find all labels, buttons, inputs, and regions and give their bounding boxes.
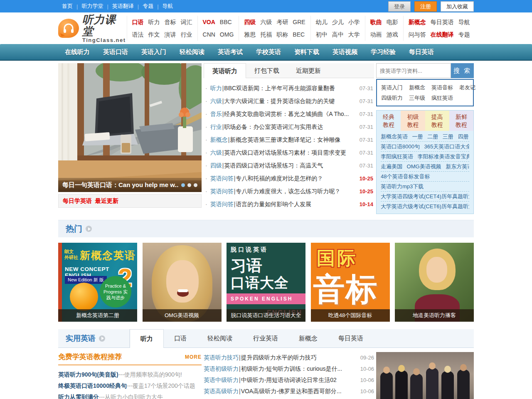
hot-word[interactable]: 疯狂英语 [431,93,453,103]
tab-new-concept[interactable]: 新概念 [288,329,328,347]
nav-item-exam[interactable]: 英语考试 [211,44,249,60]
course-link-row[interactable]: 48个英语音标发音标 [381,172,469,182]
quicklink[interactable]: 大学 [348,28,360,41]
quicklink[interactable]: 演讲 [165,28,176,41]
news-title[interactable]: 英语六级口语对话场景练习素材：项目需求变更 [224,146,356,159]
tab-business-english[interactable]: 行业英语 [243,329,288,347]
quicklink[interactable]: VOA [203,16,215,28]
tab-english-listening[interactable]: 英语听力 [204,63,246,78]
hot-word[interactable]: 四级听力 [381,93,403,103]
thumb-omg-video[interactable]: OMG美语视频 [143,243,222,322]
thumb-caption[interactable]: 地道美语听力播客 [395,309,474,322]
news-title[interactable]: 专八听力难度很大，该怎么练习听力呢？ [236,185,356,198]
quicklink[interactable]: 词汇 [181,16,192,28]
nav-item-speaking[interactable]: 英语口语 [96,44,135,60]
quicklink[interactable]: BEC [293,28,305,41]
tab-speaking[interactable]: 口语 [164,329,197,347]
carousel-dot[interactable] [181,183,185,187]
quicklink[interactable]: 电影 [387,16,398,28]
practical-category[interactable]: 英语高级听力 [204,386,239,397]
carousel-dot[interactable] [187,183,191,187]
recommend-link[interactable]: 英语听力900句(美音版) [58,371,118,378]
quicklink[interactable]: 作文 [148,28,160,41]
practical-title-link[interactable]: 提升四级听力水平的听力技巧 [241,352,357,363]
nav-item-reading[interactable]: 轻松阅读 [173,44,211,60]
quicklink[interactable]: 高中 [332,28,344,41]
register-button[interactable]: 注册 [414,1,437,12]
nav-item-listening[interactable]: 在线听力 [58,44,96,60]
tab-daily-english[interactable]: 每日英语 [328,329,374,347]
more-arrow-icon[interactable] [99,335,105,342]
news-title[interactable]: 语言的力量如何影响个人发展 [236,198,356,211]
practical-title-link[interactable]: 初级听力-短句听力训练：curious是什... [241,363,357,374]
recommend-link[interactable]: 听力从零到满分 [58,394,99,399]
news-category[interactable]: 六级 [210,146,222,159]
practical-category[interactable]: 英语初级听力 [204,363,239,374]
daily-study-link[interactable]: 每日学英语 [63,197,92,205]
nav-item-daily[interactable]: 每日英语 [402,44,441,60]
quicklink[interactable]: 雅思 [244,28,256,41]
login-button[interactable]: 登录 [388,1,411,12]
quicklink[interactable]: 动画 [370,28,382,41]
thumb-caption[interactable]: 脱口说英语口语生活习语大全 [227,309,305,322]
hot-word[interactable]: 老友记 [459,82,475,93]
recent-update-link[interactable]: 最近更新 [95,197,118,205]
quicklink[interactable]: 每日英语 [431,16,454,28]
news-category[interactable]: 英语问答 [210,198,234,211]
search-button[interactable]: 搜 索 [451,63,474,78]
hot-word[interactable]: 英语音标 [431,82,453,93]
news-category[interactable]: 音乐 [210,108,222,121]
practical-category[interactable]: 英语中级听力 [204,374,239,386]
thumb-ipa[interactable]: 国际 音标 吃透48个国际音标 [311,243,390,322]
tab-beginner-courses[interactable]: 初级教程 [401,111,425,131]
quicklink[interactable]: 专题 [458,28,470,41]
course-link-row[interactable]: 大学英语四级考试(CET4)历年真题听力 [381,192,469,202]
news-title[interactable]: 大学六级词汇量：提升英语综合能力的关键 [224,95,356,108]
news-title[interactable]: 英语四级口语对话场景练习：高温天气 [224,159,356,172]
quicklink[interactable]: 四级 [244,16,256,28]
news-category[interactable]: 行业 [210,121,222,133]
more-arrow-icon[interactable] [86,226,92,232]
news-title[interactable]: BBC双语新闻：上半年可再生能源容量翻番 [224,82,356,95]
quicklink[interactable]: OMG [220,28,234,41]
nav-item-experience[interactable]: 学习经验 [364,44,402,60]
hot-word[interactable]: 英语入门 [381,82,403,93]
quicklink[interactable]: 行业 [181,28,192,41]
site-logo[interactable]: 听力课堂 TingClass.net [58,14,126,43]
course-link-row[interactable]: 走遍美国 OMG美语视频 新东方英语 [381,162,469,172]
topbar-link-school[interactable]: 听力学堂 [78,2,107,10]
news-category[interactable]: 英语问答 [210,185,234,198]
thumb-podcast[interactable]: 地道美语听力播客 [395,243,474,322]
nav-item-school[interactable]: 学校英语 [249,44,288,60]
course-link-row[interactable]: 英语听力mp3下载 [381,182,469,192]
quicklink[interactable]: 考研 [276,16,288,28]
course-link-row[interactable]: 新概念英语 一册 二册 三册 四册 [381,132,469,142]
nav-item-video[interactable]: 英语视频 [326,44,364,60]
topbar-link-translate[interactable]: 英语翻译 [108,2,138,10]
thumb-nce2[interactable]: 朗文外研社 新概念英语 NEW CONCEPT ENGLISH New Edit… [58,243,137,322]
thumb-caption[interactable]: OMG美语视频 [143,309,222,322]
quicklink[interactable]: 音标 [165,16,176,28]
quicklink[interactable]: 初中 [316,28,328,41]
tab-fresh-courses[interactable]: 新鲜教程 [449,111,473,131]
news-title[interactable]: 新概念英语第三册课文翻译笔记：女神雕像 [230,133,356,146]
news-category[interactable]: 新概念 [210,133,228,146]
more-link[interactable]: MORE [185,354,202,360]
news-title[interactable]: 经典英文歌曲歌词赏析：暮光之城插曲《A Tho... [224,108,356,121]
thumb-spoken-english[interactable]: 脱口说英语 习语 口语大全 SPOKEN ENGLISH ENGLISH 脱口说… [227,243,305,322]
topbar-link-nav[interactable]: 导航 [159,2,177,10]
practical-title-link[interactable]: 中级听力-用短语动词谈论日常生活02 [241,374,357,386]
hot-word[interactable]: 新概念 [409,82,425,93]
tab-package-download[interactable]: 打包下载 [246,63,288,78]
quicklink[interactable]: 听力 [148,16,160,28]
quicklink[interactable]: CNN [203,28,215,41]
quicklink[interactable]: 歌曲 [370,16,382,28]
nav-item-download[interactable]: 资料下载 [288,44,326,60]
recommend-link[interactable]: 终极英语口语10000经典句 [58,382,127,389]
quicklink[interactable]: 小学 [348,16,360,28]
quicklink[interactable]: BBC [220,16,232,28]
add-favorite-button[interactable]: 加入收藏 [441,1,474,12]
course-link-row[interactable]: 大学英语六级考试(CET6)历年真题听力 [381,202,469,211]
search-input[interactable] [376,63,451,78]
hot-word[interactable]: 三年级 [409,93,425,103]
